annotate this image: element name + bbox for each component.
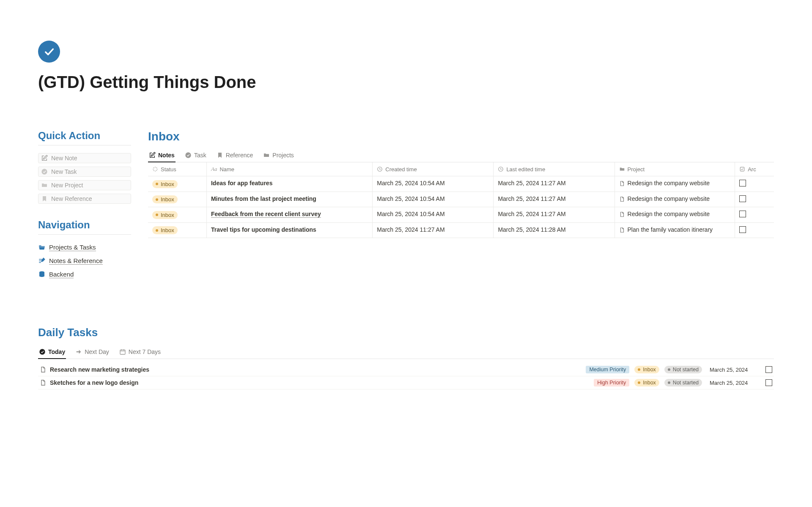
check-circle-icon [185,152,192,159]
quick-action-new-reference[interactable]: New Reference [38,194,131,204]
tab-label: Projects [272,152,294,159]
tab-projects[interactable]: Projects [262,149,295,162]
table-row[interactable]: InboxFeedback from the recent client sur… [148,207,774,223]
th-edited[interactable]: Last edited time [494,162,614,176]
tab-label: Task [194,152,206,159]
status-chip: Inbox [634,366,659,373]
tab-label: Reference [226,152,253,159]
row-edited: March 25, 2024 11:28 AM [494,222,614,238]
tab-notes[interactable]: Notes [148,149,176,162]
page-icon [38,41,60,63]
priority-chip: Medium Priority [586,366,629,373]
task-checkbox[interactable] [765,366,772,373]
quick-action-new-project[interactable]: New Project [38,180,131,190]
quick-action-label: New Project [51,182,83,189]
quick-action-label: New Task [51,168,77,175]
clock-icon [377,166,383,172]
row-project[interactable]: Redesign the company website [619,211,731,217]
divider [38,145,131,145]
nav-notes-reference[interactable]: Notes & Reference [38,256,131,266]
file-icon [619,211,625,217]
edit-icon [149,152,156,159]
svg-line-6 [156,170,157,171]
row-checkbox[interactable] [739,226,746,233]
database-icon [38,271,46,278]
file-icon [40,366,47,373]
row-created: March 25, 2024 10:54 AM [373,192,494,207]
dtab-label: Next Day [85,348,109,355]
edit-icon [41,155,48,162]
inbox-heading: Inbox [148,130,774,143]
progress-chip: Not started [664,366,702,373]
quick-action-new-note[interactable]: New Note [38,153,131,163]
dtab-label: Today [48,348,65,355]
folder-open-icon [38,244,46,251]
progress-chip: Not started [664,379,702,386]
folder-icon [41,182,48,189]
row-checkbox[interactable] [739,195,746,202]
check-circle-icon [41,168,48,175]
table-row[interactable]: InboxTravel tips for upcoming destinatio… [148,222,774,238]
row-checkbox[interactable] [739,211,746,217]
page-title: (GTD) Getting Things Done [38,73,774,92]
row-name[interactable]: Ideas for app features [211,180,273,186]
row-created: March 25, 2024 11:27 AM [373,222,494,238]
th-arc[interactable]: Arc [735,162,774,176]
file-icon [619,196,625,202]
svg-rect-13 [740,167,744,171]
row-project[interactable]: Redesign the company website [619,180,731,186]
daily-tasks-heading: Daily Tasks [38,326,774,339]
dtab-next-day[interactable]: Next Day [74,346,110,359]
status-pill: Inbox [152,195,178,203]
dtab-next-7-days[interactable]: Next 7 Days [118,346,162,359]
tab-reference[interactable]: Reference [216,149,254,162]
dtab-today[interactable]: Today [38,346,66,359]
status-chip: Inbox [634,379,659,386]
row-edited: March 25, 2024 11:27 AM [494,192,614,207]
status-pill: Inbox [152,211,178,219]
quick-action-label: New Note [51,155,77,162]
file-icon [619,227,625,233]
th-created[interactable]: Created time [373,162,494,176]
th-project[interactable]: Project [614,162,735,176]
task-row[interactable]: Sketches for a new logo designHigh Prior… [38,376,774,389]
dtab-label: Next 7 Days [129,348,161,355]
row-edited: March 25, 2024 11:27 AM [494,176,614,192]
tab-task[interactable]: Task [184,149,207,162]
task-checkbox[interactable] [765,379,772,386]
row-project[interactable]: Redesign the company website [619,195,731,202]
task-date: March 25, 2024 [710,380,756,386]
nav-projects-tasks[interactable]: Projects & Tasks [38,242,131,252]
pencil-list-icon [38,257,46,265]
svg-point-0 [41,169,47,174]
status-pill: Inbox [152,180,178,188]
bookmark-icon [41,195,48,202]
task-date: March 25, 2024 [710,367,756,373]
th-status[interactable]: Status [148,162,206,176]
task-row[interactable]: Research new marketing strategiesMedium … [38,363,774,376]
row-name[interactable]: Feedback from the recent client survey [211,211,321,218]
tab-label: Notes [158,152,175,159]
svg-point-2 [185,152,191,158]
row-project[interactable]: Plan the family vacation itinerary [619,226,731,233]
forward-icon [75,348,82,355]
check-circle-icon [39,348,46,355]
nav-backend[interactable]: Backend [38,269,131,280]
table-row[interactable]: InboxIdeas for app featuresMarch 25, 202… [148,176,774,192]
checkbox-icon [739,166,745,172]
svg-point-14 [39,349,45,354]
th-name[interactable]: AaName [206,162,372,176]
table-row[interactable]: InboxMinutes from the last project meeti… [148,192,774,207]
loader-icon [152,166,158,172]
nav-label: Notes & Reference [49,257,103,265]
folder-icon [263,152,270,159]
svg-line-10 [156,167,157,168]
row-name[interactable]: Travel tips for upcoming destinations [211,226,316,233]
row-checkbox[interactable] [739,180,746,186]
task-title: Research new marketing strategies [50,366,586,373]
quick-action-new-task[interactable]: New Task [38,167,131,177]
row-created: March 25, 2024 10:54 AM [373,207,494,223]
folder-icon [619,166,625,172]
row-name[interactable]: Minutes from the last project meeting [211,195,316,202]
quick-action-heading: Quick Action [38,130,131,142]
